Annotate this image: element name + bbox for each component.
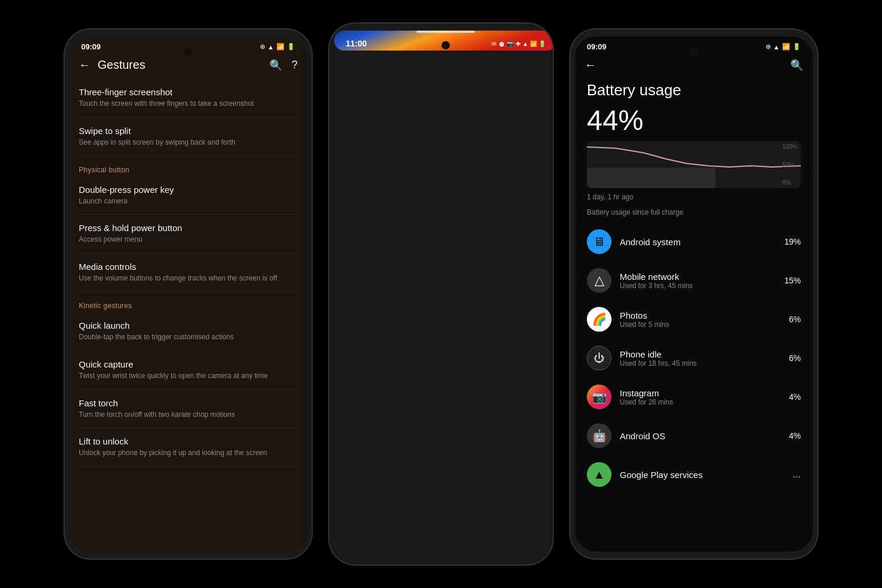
right-phone: 09:09 ⊕▲📶🔋 ← 🔍 Battery usage 44% <box>570 29 817 559</box>
search-icon[interactable]: 🔍 <box>269 59 282 72</box>
status-icons: ⊕▲📶🔋 <box>260 43 295 51</box>
play-services-icon: ▲ <box>587 462 612 487</box>
right-status-time: 09:09 <box>587 42 606 51</box>
gesture-three-finger-screenshot[interactable]: Three-finger screenshot Touch the screen… <box>79 79 298 118</box>
battery-since-label: Battery usage since full charge <box>575 206 813 222</box>
android-system-icon: 🖥 <box>587 229 612 254</box>
gestures-title: Gestures <box>98 58 262 72</box>
gestures-header: ← Gestures 🔍 ? <box>69 54 307 79</box>
bottom-area: 🔴🔵 Google W Work @ Threads <box>334 31 553 33</box>
battery-percentage: 44% <box>575 104 813 141</box>
section-kinetic-gestures: Kinetic gestures <box>79 292 298 312</box>
android-os-icon: 🤖 <box>587 423 612 448</box>
gesture-lift-unlock[interactable]: Lift to unlock Unlock your phone by pick… <box>79 428 298 467</box>
instagram-icon: 📷 <box>587 385 612 409</box>
mid-status-time: 11:00 <box>346 39 367 48</box>
battery-item-android-system[interactable]: 🖥 Android system 19% <box>575 222 813 261</box>
gestures-list: Three-finger screenshot Touch the screen… <box>69 79 307 552</box>
battery-item-phone-idle[interactable]: ⏻ Phone idle Used for 18 hrs, 45 mins 6% <box>575 339 813 377</box>
gesture-swipe-to-split[interactable]: Swipe to split See apps in split screen … <box>79 118 298 156</box>
right-status-icons: ⊕▲📶🔋 <box>766 43 801 51</box>
back-button[interactable]: ← <box>79 58 91 72</box>
battery-time-ago: 1 day, 1 hr ago <box>575 191 813 206</box>
help-icon[interactable]: ? <box>292 59 298 72</box>
front-camera <box>184 47 192 55</box>
battery-usage-title: Battery usage <box>575 74 813 104</box>
battery-back-button[interactable]: ← <box>584 58 596 72</box>
battery-item-photos[interactable]: 🌈 Photos Used for 5 mins 6% <box>575 300 813 339</box>
front-camera-mid <box>442 41 450 49</box>
home-bar <box>416 31 475 33</box>
gesture-quick-capture[interactable]: Quick capture Twist your wrist twice qui… <box>79 351 298 390</box>
battery-item-mobile-network[interactable]: △ Mobile network Used for 3 hrs, 45 mins… <box>575 261 813 300</box>
mid-status-icons: ✉ ⏰ 📷 ✚ ▲ 📶 🔋 <box>492 41 546 47</box>
battery-item-play-services[interactable]: ▲ Google Play services … <box>575 455 813 494</box>
gesture-media-controls[interactable]: Media controls Use the volume buttons to… <box>79 253 298 292</box>
battery-item-instagram[interactable]: 📷 Instagram Used for 26 mins 4% <box>575 377 813 416</box>
left-phone: 09:09 ⊕▲📶🔋 ← Gestures 🔍 ? Three-finger s… <box>65 29 312 559</box>
battery-search-icon[interactable]: 🔍 <box>790 59 803 72</box>
section-physical-button: Physical button <box>79 156 298 176</box>
gesture-double-press-power[interactable]: Double-press power key Launch camera <box>79 176 298 215</box>
chart-labels: 100% 50% 0% <box>782 141 797 188</box>
gesture-quick-launch[interactable]: Quick launch Double-tap the back to trig… <box>79 312 298 351</box>
photos-icon: 🌈 <box>587 307 612 332</box>
battery-nav-header: ← 🔍 <box>575 54 813 74</box>
header-action-icons: 🔍 ? <box>269 59 298 72</box>
battery-app-list: 🖥 Android system 19% △ Mobile network Us… <box>575 222 813 552</box>
svg-rect-0 <box>587 168 715 188</box>
battery-chart: 100% 50% 0% <box>587 141 801 188</box>
status-time: 09:09 <box>81 42 101 51</box>
phone-idle-icon: ⏻ <box>587 346 612 370</box>
gesture-hold-power[interactable]: Press & hold power button Access power m… <box>79 215 298 253</box>
mobile-network-icon: △ <box>587 268 612 293</box>
front-camera-right <box>690 47 698 55</box>
mid-phone: 11:00 ✉ ⏰ 📷 ✚ ▲ 📶 🔋 🧮 🌐 🌈 <box>329 24 553 564</box>
battery-item-android-os[interactable]: 🤖 Android OS 4% <box>575 416 813 455</box>
gesture-fast-torch[interactable]: Fast torch Turn the torch on/off with tw… <box>79 390 298 429</box>
